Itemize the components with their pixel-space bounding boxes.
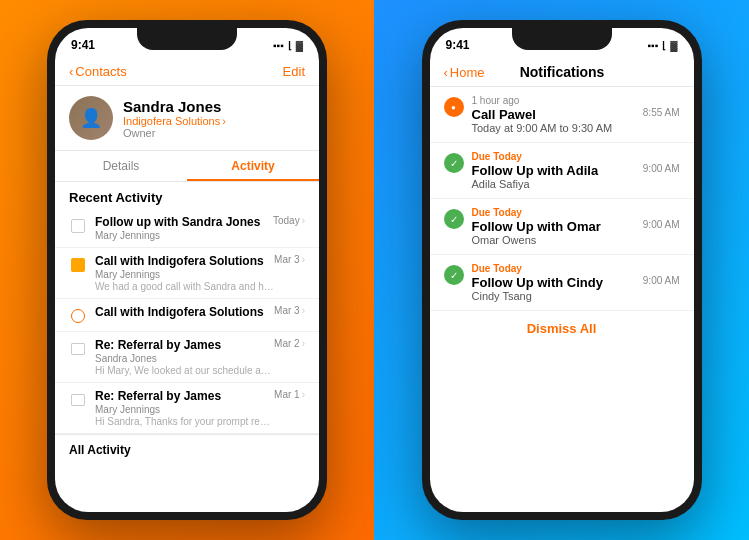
activity-content: Recent Activity Follow up with Sandra Jo…: [55, 182, 319, 498]
left-screen: 9:41 ▪▪▪ ⌊ ▓ ‹ Contacts Edit 👤 San: [55, 28, 319, 512]
right-panel: 9:41 ▪▪▪ ⌊ ▓ ‹ Home Notifications: [374, 0, 749, 540]
activity-item[interactable]: Follow up with Sandra Jones Today › Mary…: [55, 209, 319, 248]
contact-info: Sandra Jones Indigofera Solutions › Owne…: [123, 98, 226, 139]
chevron-icon: ›: [302, 389, 305, 400]
chevron-icon: ›: [302, 254, 305, 265]
activity-body: Re: Referral by James Mar 1 › Mary Jenni…: [95, 389, 305, 427]
activity-body: Follow up with Sandra Jones Today › Mary…: [95, 215, 305, 241]
notification-item[interactable]: ✓ Due Today Follow Up with Cindy 9:00 AM…: [430, 255, 694, 311]
left-phone: 9:41 ▪▪▪ ⌊ ▓ ‹ Contacts Edit 👤 San: [47, 20, 327, 520]
activity-body: Re: Referral by James Mar 2 › Sandra Jon…: [95, 338, 305, 376]
notif-body: Due Today Follow Up with Omar 9:00 AM Om…: [472, 207, 680, 246]
activity-date: Today ›: [273, 215, 305, 226]
activity-date: Mar 1 ›: [274, 389, 305, 400]
back-button-left[interactable]: ‹ Contacts: [69, 64, 127, 79]
wifi-icon: ⌊: [288, 40, 292, 51]
signal-icon: ▪▪▪: [648, 40, 659, 51]
nav-bar-left: ‹ Contacts Edit: [55, 58, 319, 86]
activity-body: Call with Indigofera Solutions Mar 3 ›: [95, 305, 305, 319]
green-check-icon: ✓: [444, 209, 464, 229]
wifi-icon: ⌊: [662, 40, 666, 51]
green-check-icon: ✓: [444, 265, 464, 285]
signal-icon: ▪▪▪: [273, 40, 284, 51]
activity-date: Mar 3 ›: [274, 254, 305, 265]
notif-nav: ‹ Home Notifications: [430, 58, 694, 87]
chevron-icon: ›: [302, 305, 305, 316]
status-icons-left: ▪▪▪ ⌊ ▓: [273, 40, 303, 51]
activity-body: Call with Indigofera Solutions Mar 3 › M…: [95, 254, 305, 292]
notification-item[interactable]: ✓ Due Today Follow Up with Adila 9:00 AM…: [430, 143, 694, 199]
notification-item[interactable]: ● 1 hour ago Call Pawel 8:55 AM Today at…: [430, 87, 694, 143]
tabs: Details Activity: [55, 151, 319, 182]
email-icon: [69, 340, 87, 358]
contact-company: Indigofera Solutions ›: [123, 115, 226, 127]
notifications-title: Notifications: [520, 64, 605, 80]
activity-date: Mar 2 ›: [274, 338, 305, 349]
notch-left: [137, 28, 237, 50]
back-button-right[interactable]: ‹ Home: [444, 65, 485, 80]
activity-item[interactable]: Re: Referral by James Mar 2 › Sandra Jon…: [55, 332, 319, 383]
notif-body: 1 hour ago Call Pawel 8:55 AM Today at 9…: [472, 95, 680, 134]
clock-icon: [69, 307, 87, 325]
contact-header: 👤 Sandra Jones Indigofera Solutions › Ow…: [55, 86, 319, 151]
notch-right: [512, 28, 612, 50]
activity-item[interactable]: Re: Referral by James Mar 1 › Mary Jenni…: [55, 383, 319, 434]
battery-icon: ▓: [670, 40, 677, 51]
right-screen: 9:41 ▪▪▪ ⌊ ▓ ‹ Home Notifications: [430, 28, 694, 512]
left-panel: 9:41 ▪▪▪ ⌊ ▓ ‹ Contacts Edit 👤 San: [0, 0, 374, 540]
chevron-icon: ›: [302, 338, 305, 349]
notif-body: Due Today Follow Up with Cindy 9:00 AM C…: [472, 263, 680, 302]
right-phone: 9:41 ▪▪▪ ⌊ ▓ ‹ Home Notifications: [422, 20, 702, 520]
green-check-icon: ✓: [444, 153, 464, 173]
tab-details[interactable]: Details: [55, 151, 187, 181]
all-activity[interactable]: All Activity: [55, 434, 319, 465]
orange-dot-icon: ●: [444, 97, 464, 117]
chevron-left-icon: ‹: [69, 64, 73, 79]
notification-item[interactable]: ✓ Due Today Follow Up with Omar 9:00 AM …: [430, 199, 694, 255]
section-title: Recent Activity: [55, 182, 319, 209]
time-right: 9:41: [446, 38, 470, 52]
edit-button[interactable]: Edit: [283, 64, 305, 79]
time-left: 9:41: [71, 38, 95, 52]
activity-item[interactable]: Call with Indigofera Solutions Mar 3 ›: [55, 299, 319, 332]
chevron-right-icon: ›: [222, 115, 226, 127]
avatar: 👤: [69, 96, 113, 140]
checkbox-icon: [69, 217, 87, 235]
tab-activity[interactable]: Activity: [187, 151, 319, 181]
notif-body: Due Today Follow Up with Adila 9:00 AM A…: [472, 151, 680, 190]
chevron-icon: ›: [302, 215, 305, 226]
email-icon: [69, 391, 87, 409]
activity-date: Mar 3 ›: [274, 305, 305, 316]
contact-name: Sandra Jones: [123, 98, 226, 115]
chevron-left-icon: ‹: [444, 65, 448, 80]
note-icon: [69, 256, 87, 274]
battery-icon: ▓: [296, 40, 303, 51]
dismiss-all-button[interactable]: Dismiss All: [430, 311, 694, 346]
activity-item[interactable]: Call with Indigofera Solutions Mar 3 › M…: [55, 248, 319, 299]
contact-role: Owner: [123, 127, 226, 139]
status-icons-right: ▪▪▪ ⌊ ▓: [648, 40, 678, 51]
